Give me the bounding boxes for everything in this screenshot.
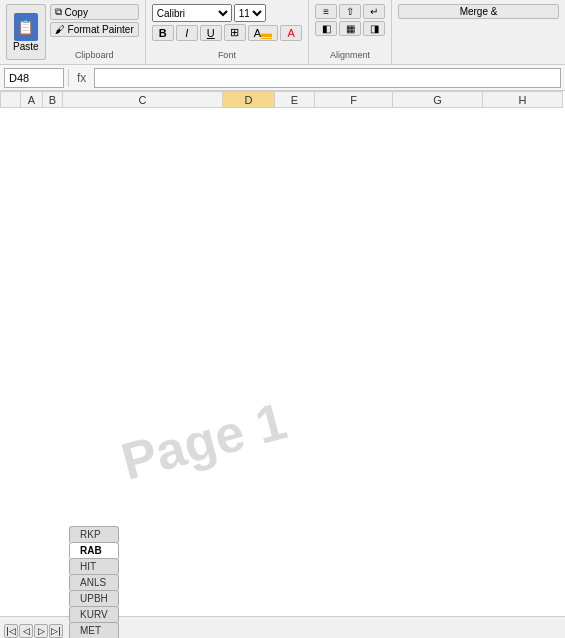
tab-next-button[interactable]: ▷ <box>34 624 48 638</box>
align-top-center-button[interactable]: ⇧ <box>339 4 361 19</box>
tab-navigation: |◁ ◁ ▷ ▷| <box>4 624 63 638</box>
copy-icon: ⧉ <box>55 6 62 18</box>
clipboard-right-buttons: ⧉ Copy 🖌 Format Painter Clipboard <box>50 4 139 60</box>
clipboard-section: 📋 Paste ⧉ Copy 🖌 Format Painter Clipboar… <box>0 0 146 64</box>
cell-reference-input[interactable] <box>4 68 64 88</box>
paste-label: Paste <box>13 41 39 52</box>
fill-color-button[interactable]: A▬ <box>248 25 278 41</box>
col-c-header[interactable]: C <box>63 92 223 108</box>
bold-button[interactable]: B <box>152 25 174 41</box>
align-right-button[interactable]: ◨ <box>363 21 385 36</box>
wrap-text-button[interactable]: ↵ <box>363 4 385 19</box>
tab-prev-button[interactable]: ◁ <box>19 624 33 638</box>
align-top-left-button[interactable]: ≡ <box>315 4 337 19</box>
col-e-header[interactable]: E <box>275 92 315 108</box>
border-button[interactable]: ⊞ <box>224 24 246 41</box>
tab-first-button[interactable]: |◁ <box>4 624 18 638</box>
formula-input[interactable] <box>94 68 561 88</box>
page-watermark: Page 1 <box>115 390 292 491</box>
formula-separator <box>68 69 69 87</box>
sheet-tabs: |◁ ◁ ▷ ▷| RKPRABHITANLSUPBHKURVMET <box>0 616 565 638</box>
copy-button[interactable]: ⧉ Copy <box>50 4 139 20</box>
tab-last-button[interactable]: ▷| <box>49 624 63 638</box>
alignment-section: ≡ ⇧ ↵ ◧ ▦ ◨ Alignment <box>309 0 392 64</box>
font-section: Calibri 11 B I U ⊞ A▬ A Font <box>146 0 309 64</box>
format-painter-button[interactable]: 🖌 Format Painter <box>50 22 139 37</box>
paste-button[interactable]: 📋 Paste <box>6 4 46 60</box>
font-name-select[interactable]: Calibri <box>152 4 232 22</box>
fx-label: fx <box>73 71 90 85</box>
italic-button[interactable]: I <box>176 25 198 41</box>
underline-button[interactable]: U <box>200 25 222 41</box>
col-g-header[interactable]: G <box>393 92 483 108</box>
spreadsheet-area: Page 1 A B C D E F G H <box>0 91 565 616</box>
font-color-button[interactable]: A <box>280 25 302 41</box>
merge-label <box>398 58 559 60</box>
merge-section: Merge & <box>392 0 565 64</box>
align-center-button[interactable]: ▦ <box>339 21 361 36</box>
paste-icon: 📋 <box>14 13 38 41</box>
sheet-table: A B C D E F G H <box>0 91 563 108</box>
format-painter-icon: 🖌 <box>55 24 65 35</box>
col-a-header[interactable]: A <box>21 92 43 108</box>
col-h-header[interactable]: H <box>483 92 563 108</box>
formula-bar: fx <box>0 65 565 91</box>
col-b-header[interactable]: B <box>43 92 63 108</box>
corner-header <box>1 92 21 108</box>
col-d-header[interactable]: D <box>223 92 275 108</box>
font-size-select[interactable]: 11 <box>234 4 266 22</box>
alignment-label: Alignment <box>315 48 385 60</box>
align-left-button[interactable]: ◧ <box>315 21 337 36</box>
font-label: Font <box>152 48 302 60</box>
toolbar: 📋 Paste ⧉ Copy 🖌 Format Painter Clipboar… <box>0 0 565 65</box>
merge-cells-button[interactable]: Merge & <box>398 4 559 19</box>
clipboard-label: Clipboard <box>50 48 139 60</box>
col-f-header[interactable]: F <box>315 92 393 108</box>
sheet-tab-met[interactable]: MET <box>69 622 119 638</box>
